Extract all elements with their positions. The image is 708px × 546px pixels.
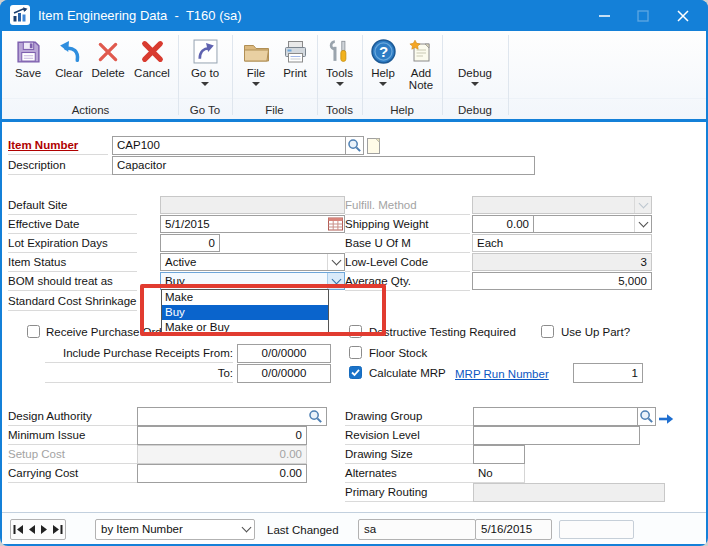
cancel-button[interactable]: Cancel bbox=[128, 36, 176, 79]
item-note-icon[interactable] bbox=[367, 138, 380, 158]
help-icon: ? bbox=[370, 36, 397, 67]
chevron-down-icon[interactable] bbox=[327, 254, 344, 270]
minimum-issue-label: Minimum Issue bbox=[8, 426, 137, 445]
minimum-issue-field[interactable]: 0 bbox=[137, 426, 307, 445]
fulfill-method-combobox bbox=[472, 196, 652, 214]
average-qty-field[interactable]: 5,000 bbox=[472, 272, 652, 290]
mrp-run-number-field[interactable]: 1 bbox=[573, 363, 643, 383]
delete-icon bbox=[96, 36, 120, 67]
dropdown-arrow-icon bbox=[471, 82, 479, 86]
close-button[interactable] bbox=[666, 0, 700, 31]
check-icon bbox=[350, 367, 361, 378]
primary-routing-field bbox=[473, 483, 665, 502]
toolbar-divider-line bbox=[2, 98, 706, 99]
floor-stock-label: Floor Stock bbox=[369, 347, 427, 359]
folder-icon bbox=[242, 36, 271, 67]
toolbar-separator bbox=[178, 35, 179, 115]
carrying-cost-label: Carrying Cost bbox=[8, 464, 137, 483]
item-engineering-data-window: Item Engineering Data - T160 (sa) Save C… bbox=[0, 0, 708, 546]
effective-date-field[interactable]: 5/1/2015 bbox=[160, 215, 345, 233]
design-authority-lookup-icon[interactable] bbox=[308, 409, 323, 428]
calculate-mrp-label: Calculate MRP bbox=[369, 367, 446, 379]
floor-stock-checkbox[interactable] bbox=[349, 346, 362, 359]
base-uom-label: Base U Of M bbox=[345, 234, 470, 253]
next-record-button[interactable] bbox=[39, 522, 51, 538]
previous-record-button[interactable] bbox=[26, 522, 38, 538]
drawing-size-field[interactable] bbox=[473, 445, 525, 464]
toolbar-group-actions: Actions bbox=[5, 104, 176, 116]
file-button[interactable]: File bbox=[234, 36, 278, 86]
drawing-group-goto-arrow-icon[interactable] bbox=[658, 411, 674, 429]
delete-button[interactable]: Delete bbox=[85, 36, 131, 79]
minimize-button[interactable] bbox=[587, 0, 621, 31]
item-status-combobox[interactable]: Active bbox=[160, 253, 345, 271]
fulfill-method-label: Fulfill. Method bbox=[345, 196, 470, 215]
printer-icon bbox=[282, 36, 309, 67]
chevron-down-icon[interactable] bbox=[634, 216, 651, 232]
magnifier-icon bbox=[347, 138, 362, 153]
go-to-button[interactable]: Go to bbox=[180, 36, 230, 86]
shipping-weight-field[interactable]: 0.00 bbox=[472, 215, 534, 233]
drawing-size-label: Drawing Size bbox=[345, 445, 473, 464]
include-receipts-from-label: Include Purchase Receipts From: bbox=[45, 344, 233, 363]
add-note-button[interactable]: Add Note bbox=[401, 36, 441, 91]
status-bar: by Item Number Last Changed sa 5/16/2015 bbox=[2, 512, 706, 544]
window-title: Item Engineering Data - T160 (sa) bbox=[38, 0, 242, 31]
shipping-weight-uom-combobox[interactable] bbox=[533, 215, 652, 233]
use-up-part-checkbox[interactable] bbox=[541, 325, 554, 338]
dropdown-arrow-icon bbox=[379, 82, 387, 86]
last-changed-label: Last Changed bbox=[267, 524, 339, 536]
low-level-code-field: 3 bbox=[472, 253, 652, 271]
alternates-value: No bbox=[473, 464, 525, 483]
revision-level-field[interactable] bbox=[473, 426, 640, 445]
alternates-label: Alternates bbox=[345, 464, 473, 483]
include-receipts-to-field[interactable]: 0/0/0000 bbox=[237, 364, 331, 383]
description-field[interactable]: Capacitor bbox=[112, 156, 535, 175]
receive-po-checkbox[interactable] bbox=[27, 325, 40, 338]
chevron-down-icon[interactable] bbox=[238, 520, 254, 539]
debug-button[interactable]: Debug bbox=[442, 36, 508, 86]
dropdown-arrow-icon bbox=[252, 82, 260, 86]
toolbar-group-debug: Debug bbox=[442, 104, 508, 116]
title-bar: Item Engineering Data - T160 (sa) bbox=[0, 0, 708, 31]
toolbar-group-goto: Go To bbox=[178, 104, 232, 116]
drawing-group-field[interactable] bbox=[473, 407, 638, 426]
last-record-button[interactable] bbox=[52, 522, 64, 538]
include-receipts-to-label: To: bbox=[45, 364, 233, 383]
clear-icon bbox=[56, 36, 83, 67]
include-receipts-from-field[interactable]: 0/0/0000 bbox=[237, 344, 331, 363]
calculate-mrp-checkbox[interactable] bbox=[349, 366, 362, 379]
drawing-group-label: Drawing Group bbox=[345, 407, 473, 426]
toolbar-group-tools: Tools bbox=[317, 104, 362, 116]
help-button[interactable]: ? Help bbox=[362, 36, 404, 86]
item-number-lookup-button[interactable] bbox=[345, 136, 364, 155]
print-button[interactable]: Print bbox=[273, 36, 317, 79]
description-label: Description bbox=[8, 156, 112, 175]
use-up-part-label: Use Up Part? bbox=[561, 326, 630, 338]
item-number-field[interactable]: CAP100 bbox=[112, 136, 346, 155]
toolbar-bottom-border bbox=[2, 119, 706, 122]
mrp-run-number-link[interactable]: MRP Run Number bbox=[455, 368, 549, 380]
tools-button[interactable]: Tools bbox=[317, 36, 362, 86]
primary-routing-label: Primary Routing bbox=[345, 483, 473, 502]
setup-cost-label: Setup Cost bbox=[8, 445, 137, 464]
revision-level-label: Revision Level bbox=[345, 426, 473, 445]
lot-expiration-days-field[interactable]: 0 bbox=[160, 234, 220, 252]
annotation-rectangle bbox=[140, 284, 386, 336]
setup-cost-field: 0.00 bbox=[137, 445, 307, 464]
sort-by-combobox[interactable]: by Item Number bbox=[95, 519, 255, 540]
design-authority-label: Design Authority bbox=[8, 407, 137, 426]
dropdown-arrow-icon bbox=[336, 82, 344, 86]
maximize-button[interactable] bbox=[626, 0, 660, 31]
carrying-cost-field[interactable]: 0.00 bbox=[137, 464, 307, 483]
toolbar-group-help: Help bbox=[362, 104, 442, 116]
toolbar-separator bbox=[508, 35, 509, 115]
calendar-icon[interactable] bbox=[328, 217, 343, 235]
first-record-button[interactable] bbox=[13, 522, 25, 538]
drawing-group-lookup-button[interactable] bbox=[637, 407, 656, 426]
design-authority-field[interactable] bbox=[137, 407, 327, 426]
ribbon-toolbar: Save Clear Delete Cancel Actions bbox=[2, 31, 706, 119]
item-number-label[interactable]: Item Number bbox=[8, 136, 108, 155]
save-button[interactable]: Save bbox=[5, 36, 51, 79]
magnifier-icon bbox=[308, 409, 323, 424]
